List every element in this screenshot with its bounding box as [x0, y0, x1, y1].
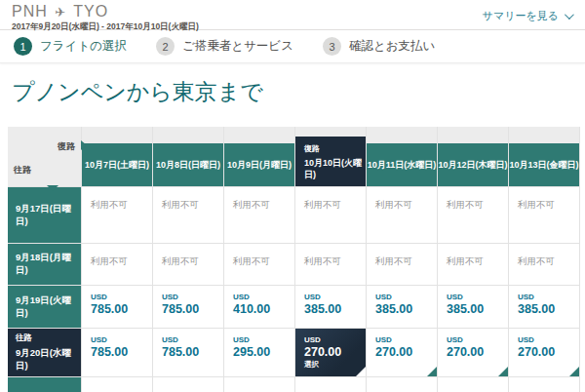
step-number-badge: 1 [14, 37, 32, 56]
fare-cell-unavailable: 利用不可 [224, 244, 295, 286]
return-date-header-3[interactable]: 10月9日(月曜日) [224, 127, 295, 187]
lowest-fare-corner-icon [498, 367, 508, 376]
fare-amount: 785.00 [91, 345, 152, 359]
fare-cell-price[interactable]: USD410.00 [224, 286, 295, 329]
fare-cell-price[interactable]: USD270.00選択 [295, 329, 367, 377]
fare-cell-unavailable: 利用不可 [509, 244, 580, 286]
fare-amount: 295.00 [233, 345, 294, 359]
date-text: 10月8日(日曜日) [156, 159, 220, 171]
outbound-date-header-2: 9月18日(月曜日) [8, 244, 82, 286]
date-text: 9月17日(日曜日) [16, 203, 81, 228]
return-date-header-5[interactable]: 10月11日(水曜日) [367, 127, 438, 187]
currency-label: USD [91, 293, 152, 301]
fare-cell-empty [509, 377, 580, 392]
return-date-header-1[interactable]: 10月7日(土曜日) [82, 127, 153, 187]
fare-cell-empty [82, 377, 153, 392]
arrow-down-icon [47, 185, 58, 191]
fare-cell-empty [153, 377, 224, 392]
unavailable-label: 利用不可 [91, 199, 128, 210]
step-label: フライトの選択 [40, 38, 127, 55]
return-date-label: 10月12日(木曜日) [438, 143, 508, 186]
fare-cell-price[interactable]: USD785.00 [82, 286, 153, 329]
date-text: 10月7日(土曜日) [85, 159, 149, 171]
currency-label: USD [233, 293, 294, 301]
fare-cell-unavailable: 利用不可 [438, 244, 509, 286]
unavailable-label: 利用不可 [162, 199, 199, 210]
fare-amount: 785.00 [162, 345, 223, 359]
fare-amount: 270.00 [304, 345, 366, 359]
currency-label: USD [447, 293, 508, 301]
fare-cell-price[interactable]: USD270.00 [367, 329, 438, 377]
fare-cell-unavailable: 利用不可 [153, 187, 224, 244]
fare-amount: 385.00 [447, 302, 508, 316]
outbound-axis-label: 往路 [14, 164, 31, 176]
fare-cell-price[interactable]: USD270.00 [509, 329, 580, 377]
arrow-right-icon [81, 140, 87, 150]
unavailable-label: 利用不可 [304, 199, 341, 210]
date-text: 9月19日(火曜日) [16, 294, 81, 320]
currency-label: USD [518, 335, 579, 344]
return-date-label: 10月13日(金曜日) [509, 143, 579, 186]
fare-amount: 270.00 [518, 345, 579, 359]
fare-cell-unavailable: 利用不可 [224, 187, 295, 244]
airplane-icon: ✈ [55, 5, 66, 20]
top-bar: PNH ✈ TYO 2017年9月20日(水曜日) - 2017年10月10日(… [0, 0, 585, 30]
fare-cell-price[interactable]: USD270.00 [438, 329, 509, 377]
currency-label: USD [304, 335, 366, 344]
currency-label: USD [375, 293, 437, 301]
fare-cell-price[interactable]: USD785.00 [153, 286, 224, 329]
return-date-header-6[interactable]: 10月12日(木曜日) [438, 127, 509, 187]
step-number-badge: 3 [323, 37, 341, 56]
fare-cell-unavailable: 利用不可 [82, 244, 153, 286]
fare-cell-empty [367, 377, 438, 392]
page-title: プノンペンから東京まで [0, 63, 585, 117]
fare-cell-empty [295, 377, 367, 392]
fare-cell-unavailable: 利用不可 [82, 187, 153, 244]
unavailable-label: 利用不可 [518, 255, 555, 266]
return-date-header-7[interactable]: 10月13日(金曜日) [509, 127, 580, 187]
fare-cell-price[interactable]: USD385.00 [509, 286, 580, 329]
lowest-fare-corner-icon [569, 367, 579, 376]
unavailable-label: 利用不可 [375, 199, 412, 210]
currency-label: USD [447, 335, 508, 344]
fare-cell-unavailable: 利用不可 [153, 244, 224, 286]
date-text: 9月18日(月曜日) [16, 252, 81, 277]
outbound-date-header-5 [8, 377, 82, 392]
fare-matrix: 復路往路10月7日(土曜日)10月8日(日曜日)10月9日(月曜日)復路10月1… [8, 127, 580, 392]
step-1[interactable]: 1フライトの選択 [14, 37, 127, 56]
unavailable-label: 利用不可 [304, 255, 341, 266]
lowest-fare-corner-icon [427, 367, 437, 376]
step-number-badge: 2 [156, 37, 175, 56]
unavailable-label: 利用不可 [447, 255, 484, 266]
fare-cell-price[interactable]: USD295.00 [224, 329, 295, 377]
fare-cell-unavailable: 利用不可 [367, 244, 438, 286]
date-text: 10月9日(月曜日) [227, 159, 292, 171]
fare-cell-price[interactable]: USD385.00 [367, 286, 438, 329]
fare-cell-empty [438, 377, 509, 392]
summary-toggle[interactable]: サマリーを見る [483, 9, 571, 23]
date-text: 10月11日(水曜日) [368, 159, 437, 171]
return-date-header-4[interactable]: 復路10月10日(火曜日) [295, 127, 367, 187]
selected-corner-icon [356, 367, 366, 376]
origin-code: PNH [12, 3, 48, 20]
fare-cell-price[interactable]: USD785.00 [82, 329, 153, 377]
fare-amount: 385.00 [304, 302, 366, 316]
currency-label: USD [304, 293, 366, 301]
summary-toggle-label: サマリーを見る [483, 9, 559, 23]
currency-label: USD [162, 293, 223, 301]
date-text: 10月10日(火曜日) [304, 157, 366, 180]
fare-cell-price[interactable]: USD785.00 [153, 329, 224, 377]
return-date-header-2[interactable]: 10月8日(日曜日) [153, 127, 224, 187]
fare-cell-price[interactable]: USD385.00 [438, 286, 509, 329]
outbound-date-header-1: 9月17日(日曜日) [8, 187, 82, 244]
unavailable-label: 利用不可 [233, 199, 270, 210]
currency-label: USD [375, 335, 437, 344]
return-date-label: 10月11日(水曜日) [367, 143, 437, 186]
return-axis-label: 復路 [58, 140, 75, 153]
date-text: 10月12日(木曜日) [438, 159, 507, 171]
date-text: 9月20日(水曜日) [16, 347, 81, 372]
currency-label: USD [162, 335, 223, 344]
fare-cell-price[interactable]: USD385.00 [295, 286, 367, 329]
fare-amount: 785.00 [91, 302, 152, 316]
fare-amount: 785.00 [162, 302, 223, 316]
